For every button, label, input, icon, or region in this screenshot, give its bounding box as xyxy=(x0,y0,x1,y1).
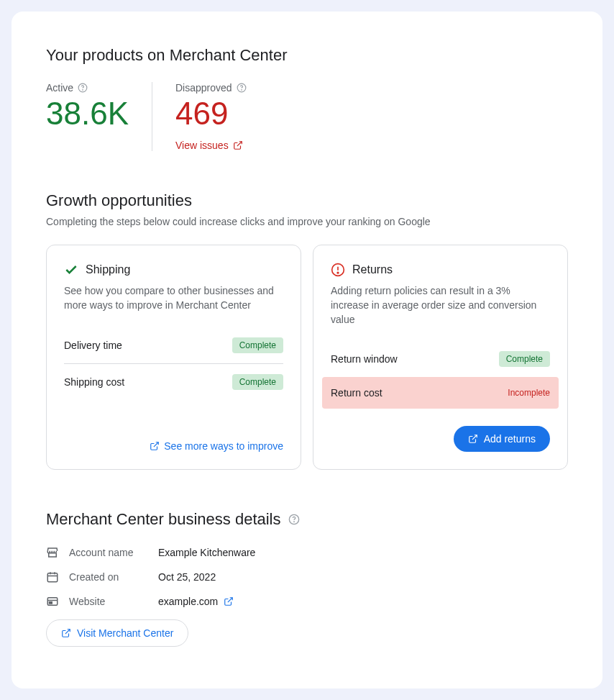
shipping-footer: See more ways to improve xyxy=(64,423,283,452)
growth-title: Growth opportunities xyxy=(46,191,568,210)
website-icon xyxy=(46,595,59,608)
returns-header: Returns xyxy=(331,263,550,277)
created-label: Created on xyxy=(69,571,148,583)
returns-card: Returns Adding return policies can resul… xyxy=(313,245,568,470)
svg-point-11 xyxy=(293,522,294,522)
active-label: Active xyxy=(46,82,73,94)
row-label: Return window xyxy=(331,353,398,365)
active-value: 38.6K xyxy=(46,96,129,131)
svg-line-20 xyxy=(65,629,70,634)
svg-line-19 xyxy=(228,598,232,602)
status-badge: Complete xyxy=(232,337,283,353)
view-issues-link[interactable]: View issues xyxy=(175,140,247,151)
status-badge: Incomplete xyxy=(508,388,550,398)
main-panel: Your products on Merchant Center Active … xyxy=(12,12,602,688)
help-icon[interactable] xyxy=(237,83,247,93)
active-stat: Active 38.6K xyxy=(46,82,152,151)
disapproved-value: 469 xyxy=(175,96,247,131)
visit-merchant-center-button[interactable]: Visit Merchant Center xyxy=(46,619,188,647)
created-row: Created on Oct 25, 2022 xyxy=(46,571,568,583)
see-more-button[interactable]: See more ways to improve xyxy=(150,440,283,452)
website-link[interactable]: example.com xyxy=(158,596,234,607)
svg-rect-18 xyxy=(50,602,52,604)
returns-title: Returns xyxy=(352,263,393,276)
help-icon[interactable] xyxy=(78,83,88,93)
account-row: Account name Example Kitchenware xyxy=(46,546,568,559)
help-icon[interactable] xyxy=(288,514,300,525)
calendar-icon xyxy=(46,571,59,583)
svg-rect-12 xyxy=(47,573,58,582)
returns-row-window: Return window Complete xyxy=(331,341,550,377)
opportunity-cards: Shipping See how you compare to other bu… xyxy=(46,245,568,470)
website-label: Website xyxy=(69,596,148,607)
row-label: Shipping cost xyxy=(64,376,124,388)
row-label: Return cost xyxy=(331,387,382,399)
website-value: example.com xyxy=(158,596,218,607)
external-link-icon xyxy=(150,441,160,451)
returns-footer: Add returns xyxy=(331,409,550,452)
disapproved-label-row: Disapproved xyxy=(175,82,247,94)
svg-point-1 xyxy=(83,90,83,91)
returns-row-cost: Return cost Incomplete xyxy=(322,377,559,409)
disapproved-label: Disapproved xyxy=(175,82,232,94)
disapproved-stat: Disapproved 469 View issues xyxy=(152,82,270,151)
visit-label: Visit Merchant Center xyxy=(77,627,173,639)
see-more-label: See more ways to improve xyxy=(164,440,283,452)
status-badge: Complete xyxy=(232,374,283,390)
returns-desc: Adding return policies can result in a 3… xyxy=(331,284,550,327)
website-row: Website example.com xyxy=(46,595,568,608)
check-icon xyxy=(64,263,78,277)
svg-line-4 xyxy=(237,142,241,146)
products-title: Your products on Merchant Center xyxy=(46,46,568,65)
shipping-row-delivery: Delivery time Complete xyxy=(64,327,283,364)
details-title: Merchant Center business details xyxy=(46,510,281,529)
storefront-icon xyxy=(46,546,59,559)
external-link-icon xyxy=(61,628,71,638)
shipping-row-cost: Shipping cost Complete xyxy=(64,364,283,400)
created-value: Oct 25, 2022 xyxy=(158,571,216,583)
svg-point-8 xyxy=(337,273,339,274)
external-link-icon xyxy=(468,434,478,444)
shipping-header: Shipping xyxy=(64,263,283,277)
shipping-desc: See how you compare to other businesses … xyxy=(64,284,283,312)
active-label-row: Active xyxy=(46,82,129,94)
svg-line-5 xyxy=(154,442,158,447)
account-label: Account name xyxy=(69,547,148,558)
alert-icon xyxy=(331,263,345,277)
svg-line-9 xyxy=(472,435,476,440)
add-returns-button[interactable]: Add returns xyxy=(454,426,550,452)
growth-subtitle: Completing the steps below could increas… xyxy=(46,216,568,227)
details-title-row: Merchant Center business details xyxy=(46,510,568,529)
stats-row: Active 38.6K Disapproved 469 View issues xyxy=(46,82,568,151)
external-link-icon xyxy=(224,596,234,606)
view-issues-label: View issues xyxy=(175,140,229,151)
account-value: Example Kitchenware xyxy=(158,547,255,558)
external-link-icon xyxy=(233,140,243,150)
svg-point-3 xyxy=(241,90,242,91)
add-returns-label: Add returns xyxy=(484,433,536,445)
status-badge: Complete xyxy=(499,351,550,367)
shipping-card: Shipping See how you compare to other bu… xyxy=(46,245,301,470)
shipping-title: Shipping xyxy=(86,263,130,276)
row-label: Delivery time xyxy=(64,340,122,351)
